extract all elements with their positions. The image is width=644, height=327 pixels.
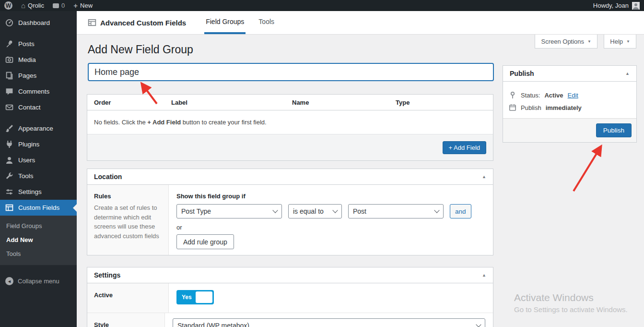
rule-operator-select[interactable]: is equal to [288,204,342,218]
annotation-arrow-publish [574,147,600,191]
sidebar-item-label: Users [18,157,35,164]
toggle-on-label: Yes [182,294,192,301]
comments-menu[interactable]: 0 [48,0,69,11]
and-rule-button[interactable]: and [450,204,471,218]
publish-box: Publish ▲ Status: Active Edit Publish im… [503,65,637,143]
activate-windows-watermark: Activate Windows Go to Settings to activ… [514,292,628,314]
comment-icon [5,87,13,96]
chevron-down-icon: ▼ [587,39,591,44]
publish-box-footer: Publish [503,118,636,142]
new-label: New [80,2,93,9]
publish-box-header[interactable]: Publish ▲ [503,66,636,82]
submenu-item-tools[interactable]: Tools [0,247,77,261]
plus-icon: + [73,2,78,9]
comments-count: 0 [61,2,65,9]
style-select[interactable]: Standard (WP metabox) [173,318,485,327]
help-label: Help [610,38,623,45]
table-icon [5,204,13,212]
sidebar-item-label: Pages [18,72,36,79]
wordpress-logo-menu[interactable]: W [0,0,17,11]
sidebar-item-posts[interactable]: Posts [0,36,77,52]
sidebar-item-tools[interactable]: Tools [0,168,77,184]
sidebar-item-custom-fields[interactable]: Custom Fields [0,200,77,216]
sidebar-item-contact[interactable]: Contact [0,99,77,115]
fields-table-header: Order Label Name Type [87,95,493,110]
site-name-label: Qrolic [28,2,44,9]
tab-field-groups[interactable]: Field Groups [204,11,246,34]
sidebar-item-label: Tools [18,172,34,180]
howdy-label: Howdy, Joan [593,2,629,9]
add-rule-group-button[interactable]: Add rule group [176,234,234,249]
location-box-title: Location [94,173,122,181]
wrench-icon [5,172,13,180]
rule-operator-value: is equal to [293,207,324,215]
sidebar-item-label: Settings [18,188,42,195]
sidebar-item-dashboard[interactable]: Dashboard [0,15,77,31]
sidebar-item-label: Custom Fields [18,204,59,211]
envelope-icon [5,103,13,111]
sidebar-item-settings[interactable]: Settings [0,184,77,200]
help-button[interactable]: Help ▼ [604,35,636,48]
publish-button[interactable]: Publish [596,123,632,137]
sidebar-item-label: Contact [18,104,41,111]
acf-grid-icon [88,18,96,27]
sidebar-item-label: Plugins [18,141,39,148]
acf-tabs: Field Groups Tools [199,11,281,34]
location-box: Location ▲ Rules Create a set of rules t… [87,169,493,255]
collapse-caret-icon[interactable]: ▲ [625,71,630,76]
sidebar-item-plugins[interactable]: Plugins [0,136,77,152]
wordpress-admin-screen: W ⌂ Qrolic 0 + New Howdy, Joan Dashboard [0,0,644,327]
sidebar-item-users[interactable]: Users [0,152,77,168]
sidebar-item-label: Appearance [18,125,53,132]
collapse-arrow-icon: ◄ [5,277,13,285]
active-toggle[interactable]: Yes [176,290,214,304]
sliders-icon [5,188,13,196]
sidebar-item-label: Comments [18,88,49,95]
chevron-down-icon [272,207,278,213]
style-select-value: Standard (WP metabox) [177,322,249,327]
admin-sidebar: Dashboard Posts Media Pages Comments Con… [0,11,77,327]
submenu-item-add-new[interactable]: Add New [0,233,77,247]
brush-icon [5,124,13,133]
submenu-item-field-groups[interactable]: Field Groups [0,219,77,233]
rule-row: Post Type is equal to Post and [176,204,485,218]
screen-options-button[interactable]: Screen Options ▼ [535,35,597,48]
column-label: Label [171,99,292,106]
screen-options-label: Screen Options [541,38,584,45]
add-field-button[interactable]: + Add Field [443,141,486,154]
edit-status-link[interactable]: Edit [568,92,578,99]
comment-bubble-icon [53,3,59,8]
home-icon: ⌂ [21,2,25,9]
new-content-menu[interactable]: + New [69,0,97,11]
settings-box-header[interactable]: Settings ▲ [87,267,493,283]
site-name-menu[interactable]: ⌂ Qrolic [17,0,48,11]
show-if-label: Show this field group if [176,193,485,200]
tab-tools[interactable]: Tools [257,11,276,34]
active-setting-row: Active Yes [87,283,493,313]
location-box-header[interactable]: Location ▲ [87,169,493,185]
pin-icon [509,91,516,99]
rule-value-select[interactable]: Post [348,204,444,218]
fields-table-footer: + Add Field [87,134,493,160]
sidebar-item-appearance[interactable]: Appearance [0,121,77,136]
active-label: Active [87,283,169,313]
status-row: Status: Active Edit [509,91,631,99]
field-group-title-input[interactable] [88,63,494,81]
acf-header-bar: Advanced Custom Fields Field Groups Tool… [77,11,644,35]
dashboard-icon [5,19,13,27]
chevron-down-icon [476,322,481,327]
watermark-line1: Activate Windows [514,292,628,303]
collapse-menu-button[interactable]: ◄ Collapse menu [0,273,77,290]
sidebar-item-comments[interactable]: Comments [0,84,77,99]
publish-box-title: Publish [510,70,534,77]
wordpress-logo-icon: W [4,1,12,10]
collapse-caret-icon[interactable]: ▲ [482,174,486,179]
acf-title-label: Advanced Custom Fields [100,19,186,27]
rule-param-select[interactable]: Post Type [176,204,282,218]
my-account-menu[interactable]: Howdy, Joan [593,2,644,10]
sidebar-item-pages[interactable]: Pages [0,68,77,84]
sidebar-item-media[interactable]: Media [0,52,77,68]
collapse-caret-icon[interactable]: ▲ [482,273,486,278]
toggle-knob [196,291,212,303]
status-value: Active [544,92,563,99]
